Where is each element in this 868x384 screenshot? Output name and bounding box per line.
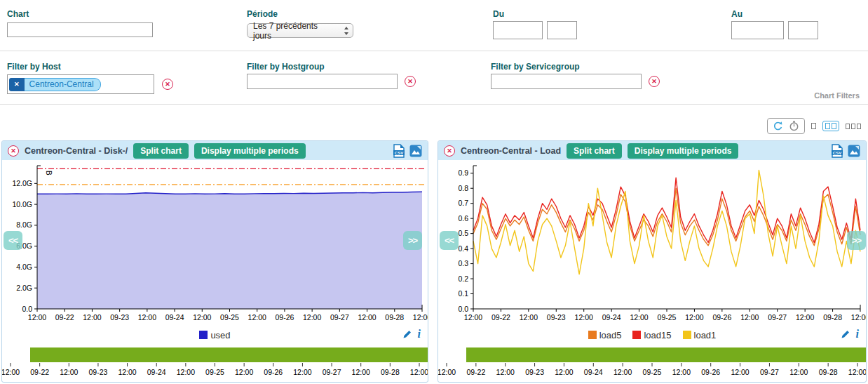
svg-text:12:00: 12:00 [2, 368, 20, 376]
host-filter-input[interactable]: ✕ Centreon-Central [7, 74, 154, 94]
svg-text:12:00: 12:00 [118, 368, 136, 376]
legend-item-load5[interactable]: load5 [588, 330, 622, 340]
refresh-group [767, 118, 805, 134]
hostgroup-filter-clear-icon[interactable]: ✕ [405, 76, 416, 87]
chart-filter-input[interactable] [7, 22, 153, 37]
svg-text:12:00: 12:00 [630, 313, 648, 322]
legend-item-load15[interactable]: load15 [632, 330, 671, 340]
svg-text:09-24: 09-24 [147, 368, 166, 376]
svg-text:09-23: 09-23 [547, 313, 566, 322]
scroll-left-button[interactable]: << [4, 231, 22, 250]
svg-text:09-26: 09-26 [275, 313, 294, 322]
svg-text:09-26: 09-26 [701, 368, 720, 376]
split-chart-button[interactable]: Split chart [567, 143, 622, 159]
refresh-icon[interactable] [773, 121, 783, 131]
host-filter-clear-icon[interactable]: ✕ [162, 79, 173, 90]
svg-text:0.5: 0.5 [458, 229, 468, 237]
svg-text:09-25: 09-25 [643, 368, 662, 376]
svg-text:12:00: 12:00 [413, 313, 428, 322]
export-image-icon[interactable] [409, 145, 422, 157]
servicegroup-filter-clear-icon[interactable]: ✕ [649, 76, 660, 87]
svg-text:12:00: 12:00 [358, 313, 376, 322]
svg-text:12:00: 12:00 [740, 313, 759, 322]
chart-panel-load: ✕ Centreon-Central - Load Split chart Di… [438, 140, 867, 383]
svg-text:0.7: 0.7 [458, 199, 468, 207]
svg-text:09-26: 09-26 [712, 313, 731, 322]
servicegroup-filter-input[interactable] [491, 74, 642, 89]
legend-swatch [588, 331, 597, 339]
remove-chart-icon[interactable]: ✕ [8, 145, 19, 157]
timeline-selector[interactable]: 12:0009-2212:0009-2312:0009-2412:0009-25… [2, 347, 428, 380]
svg-text:09-24: 09-24 [165, 313, 184, 322]
svg-text:0.6: 0.6 [458, 214, 468, 223]
legend-label: load1 [694, 330, 717, 340]
chart-title: Centreon-Central - Load [461, 146, 561, 156]
legend-swatch [199, 331, 208, 339]
svg-text:0.2: 0.2 [458, 274, 468, 283]
svg-text:09-27: 09-27 [323, 368, 341, 376]
du-time-input[interactable] [547, 21, 577, 39]
chart-filters-section-label: Chart Filters [814, 91, 860, 100]
svg-text:0.4: 0.4 [458, 244, 468, 253]
scroll-right-button[interactable]: >> [847, 231, 866, 250]
scroll-left-button[interactable]: << [440, 231, 459, 250]
timer-icon[interactable] [789, 121, 799, 131]
periode-label: Période [247, 9, 278, 19]
svg-text:12:00: 12:00 [28, 313, 46, 322]
layout-three-columns-icon[interactable] [846, 124, 861, 129]
svg-text:12:00: 12:00 [496, 368, 515, 376]
au-date-input[interactable] [731, 21, 784, 39]
edit-pencil-icon[interactable] [402, 329, 412, 339]
svg-text:12:00: 12:00 [352, 368, 370, 376]
display-multiple-periods-button[interactable]: Display multiple periods [194, 143, 306, 159]
svg-text:09-25: 09-25 [658, 313, 677, 322]
svg-text:09-23: 09-23 [88, 368, 107, 376]
svg-text:12:00: 12:00 [685, 313, 703, 322]
au-time-input[interactable] [788, 21, 818, 39]
export-image-icon[interactable] [848, 145, 860, 157]
chart-legend: load5load15load1 [588, 330, 717, 340]
filter-divider-bottom [0, 104, 868, 105]
svg-text:12:00: 12:00 [731, 368, 749, 376]
export-csv-icon[interactable]: CSV [393, 144, 405, 158]
periode-select[interactable]: Les 7 précédents jours [247, 23, 353, 38]
chart-panel-disk: ✕ Centreon-Central - Disk-/ Split chart … [1, 140, 428, 383]
layout-one-column-icon[interactable] [811, 123, 816, 129]
select-stepper-icon [344, 26, 349, 36]
chart-plot[interactable]: 0.02.0G4.0G6.0G8.0G10.0G12.0G12:0009-221… [2, 160, 428, 324]
svg-text:0.0: 0.0 [458, 305, 468, 313]
scroll-right-button[interactable]: >> [403, 231, 422, 250]
layout-two-columns-icon[interactable] [822, 121, 839, 131]
du-date-input[interactable] [493, 21, 543, 39]
svg-text:12:00: 12:00 [303, 313, 321, 322]
hostgroup-filter-input[interactable] [247, 74, 398, 89]
svg-text:12.0G: 12.0G [12, 179, 32, 187]
export-csv-icon[interactable]: CSV [831, 144, 843, 158]
legend-item-used[interactable]: used [199, 330, 230, 340]
legend-item-load1[interactable]: load1 [683, 330, 717, 340]
remove-chart-icon[interactable]: ✕ [444, 145, 455, 157]
au-label: Au [731, 9, 742, 19]
svg-text:09-24: 09-24 [584, 368, 603, 376]
svg-text:12:00: 12:00 [293, 368, 311, 376]
info-icon[interactable]: i [856, 328, 859, 340]
split-chart-button[interactable]: Split chart [133, 143, 189, 159]
legend-label: load15 [644, 330, 671, 340]
svg-text:CSV: CSV [833, 150, 841, 154]
svg-text:09-22: 09-22 [30, 368, 49, 376]
svg-text:12:00: 12:00 [464, 313, 482, 322]
chart-plot[interactable]: 0.00.10.20.30.40.50.60.70.80.912:0009-22… [438, 160, 866, 324]
host-tag-label: Centreon-Central [25, 78, 101, 91]
svg-text:CSV: CSV [395, 150, 403, 154]
svg-text:09-28: 09-28 [819, 368, 838, 376]
timeline-selector[interactable]: 12:0009-2212:0009-2312:0009-2412:0009-25… [438, 347, 866, 380]
legend-label: used [210, 330, 230, 340]
edit-pencil-icon[interactable] [841, 329, 850, 339]
svg-text:09-27: 09-27 [760, 368, 779, 376]
display-multiple-periods-button[interactable]: Display multiple periods [628, 143, 739, 159]
host-tag-remove-icon[interactable]: ✕ [9, 78, 25, 91]
panel-header: ✕ Centreon-Central - Load Split chart Di… [438, 141, 866, 160]
info-icon[interactable]: i [418, 328, 421, 340]
svg-text:09-25: 09-25 [205, 368, 224, 376]
svg-text:B: B [45, 171, 53, 176]
